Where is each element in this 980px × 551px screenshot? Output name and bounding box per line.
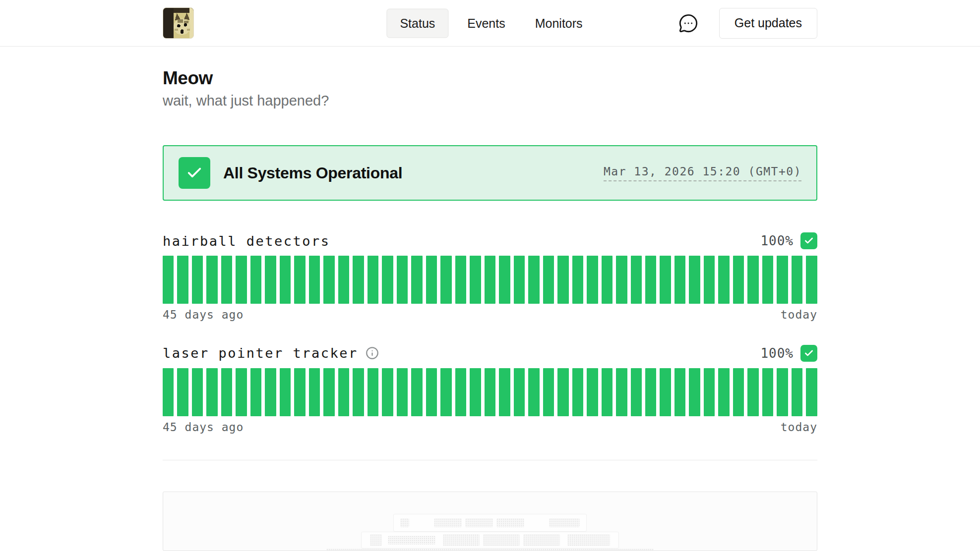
uptime-bar-operational[interactable] <box>660 368 671 416</box>
get-updates-button[interactable]: Get updates <box>719 8 817 39</box>
uptime-bar-operational[interactable] <box>485 368 495 416</box>
uptime-bar-operational[interactable] <box>440 368 451 416</box>
uptime-bar-operational[interactable] <box>338 368 349 416</box>
status-timestamp[interactable]: Mar 13, 2026 15:20 (GMT+0) <box>604 165 801 181</box>
uptime-bar-operational[interactable] <box>411 256 422 304</box>
uptime-bar-operational[interactable] <box>309 256 320 304</box>
uptime-bar-operational[interactable] <box>689 368 700 416</box>
uptime-bar-operational[interactable] <box>426 368 437 416</box>
uptime-bar-operational[interactable] <box>762 368 773 416</box>
uptime-bar-operational[interactable] <box>514 256 525 304</box>
uptime-bar-operational[interactable] <box>572 256 583 304</box>
uptime-bar-operational[interactable] <box>557 368 568 416</box>
uptime-bar-operational[interactable] <box>602 368 612 416</box>
uptime-bar-operational[interactable] <box>221 256 232 304</box>
uptime-bar-operational[interactable] <box>733 256 744 304</box>
uptime-bar-operational[interactable] <box>397 256 408 304</box>
uptime-bar-operational[interactable] <box>514 368 525 416</box>
uptime-bar-operational[interactable] <box>280 256 291 304</box>
uptime-bar-operational[interactable] <box>689 256 700 304</box>
uptime-bar-operational[interactable] <box>602 256 612 304</box>
tab-status[interactable]: Status <box>386 8 448 38</box>
uptime-bar-operational[interactable] <box>294 256 305 304</box>
uptime-bar-operational[interactable] <box>806 368 817 416</box>
uptime-bar-operational[interactable] <box>353 256 364 304</box>
uptime-bar-operational[interactable] <box>382 256 393 304</box>
uptime-bar-operational[interactable] <box>645 368 656 416</box>
uptime-bar-operational[interactable] <box>733 368 744 416</box>
uptime-bar-operational[interactable] <box>587 368 598 416</box>
uptime-bar-operational[interactable] <box>265 368 276 416</box>
uptime-bar-operational[interactable] <box>631 256 642 304</box>
uptime-bar-operational[interactable] <box>368 368 378 416</box>
uptime-bar-operational[interactable] <box>294 368 305 416</box>
uptime-bar-operational[interactable] <box>631 368 642 416</box>
uptime-bar-operational[interactable] <box>528 256 539 304</box>
uptime-bar-operational[interactable] <box>206 256 217 304</box>
uptime-bar-operational[interactable] <box>587 256 598 304</box>
uptime-bar-operational[interactable] <box>718 256 729 304</box>
uptime-bar-operational[interactable] <box>163 368 174 416</box>
tab-events[interactable]: Events <box>456 8 516 38</box>
uptime-bar-operational[interactable] <box>265 256 276 304</box>
uptime-bar-operational[interactable] <box>338 256 349 304</box>
uptime-bar-operational[interactable] <box>674 368 685 416</box>
uptime-bar-operational[interactable] <box>528 368 539 416</box>
uptime-bar-operational[interactable] <box>485 256 495 304</box>
uptime-bar-operational[interactable] <box>704 256 715 304</box>
uptime-bar-operational[interactable] <box>206 368 217 416</box>
uptime-bar-operational[interactable] <box>616 256 627 304</box>
uptime-bar-operational[interactable] <box>163 256 174 304</box>
uptime-bar-operational[interactable] <box>747 256 758 304</box>
uptime-bar-operational[interactable] <box>192 368 203 416</box>
uptime-bar-operational[interactable] <box>499 256 510 304</box>
uptime-bar-operational[interactable] <box>777 256 788 304</box>
uptime-bar-operational[interactable] <box>221 368 232 416</box>
uptime-bar-operational[interactable] <box>368 256 378 304</box>
uptime-bar-operational[interactable] <box>470 256 481 304</box>
uptime-bar-operational[interactable] <box>762 256 773 304</box>
uptime-bar-operational[interactable] <box>455 368 466 416</box>
uptime-bar-operational[interactable] <box>192 256 203 304</box>
uptime-bar-operational[interactable] <box>499 368 510 416</box>
uptime-bar-operational[interactable] <box>806 256 817 304</box>
main-content: Meow wait, what just happened? All Syste… <box>163 67 817 551</box>
uptime-bar-operational[interactable] <box>250 256 261 304</box>
uptime-bar-operational[interactable] <box>792 256 802 304</box>
uptime-bar-operational[interactable] <box>353 368 364 416</box>
uptime-bar-operational[interactable] <box>309 368 320 416</box>
uptime-bar-operational[interactable] <box>557 256 568 304</box>
uptime-bar-operational[interactable] <box>674 256 685 304</box>
uptime-bar-operational[interactable] <box>616 368 627 416</box>
uptime-bar-operational[interactable] <box>470 368 481 416</box>
feedback-chat-button[interactable] <box>678 13 698 33</box>
site-logo-cat-avatar[interactable] <box>163 7 194 39</box>
uptime-bar-operational[interactable] <box>747 368 758 416</box>
uptime-bar-operational[interactable] <box>177 368 188 416</box>
uptime-bar-operational[interactable] <box>455 256 466 304</box>
uptime-bar-operational[interactable] <box>543 368 554 416</box>
monitor-hairball-detectors: hairball detectors 100% 45 days ago toda… <box>163 232 817 322</box>
uptime-bar-operational[interactable] <box>543 256 554 304</box>
info-icon[interactable] <box>366 346 379 360</box>
uptime-bar-operational[interactable] <box>645 256 656 304</box>
uptime-bar-operational[interactable] <box>660 256 671 304</box>
uptime-bar-operational[interactable] <box>236 368 246 416</box>
uptime-bar-operational[interactable] <box>572 368 583 416</box>
uptime-bar-operational[interactable] <box>792 368 802 416</box>
uptime-bar-operational[interactable] <box>426 256 437 304</box>
uptime-bar-operational[interactable] <box>382 368 393 416</box>
uptime-bar-operational[interactable] <box>440 256 451 304</box>
uptime-bar-operational[interactable] <box>718 368 729 416</box>
uptime-bar-operational[interactable] <box>323 368 334 416</box>
uptime-bar-operational[interactable] <box>250 368 261 416</box>
uptime-bar-operational[interactable] <box>323 256 334 304</box>
uptime-bar-operational[interactable] <box>236 256 246 304</box>
uptime-bar-operational[interactable] <box>777 368 788 416</box>
uptime-bar-operational[interactable] <box>177 256 188 304</box>
uptime-bar-operational[interactable] <box>704 368 715 416</box>
tab-monitors[interactable]: Monitors <box>524 8 594 38</box>
uptime-bar-operational[interactable] <box>397 368 408 416</box>
uptime-bar-operational[interactable] <box>411 368 422 416</box>
uptime-bar-operational[interactable] <box>280 368 291 416</box>
